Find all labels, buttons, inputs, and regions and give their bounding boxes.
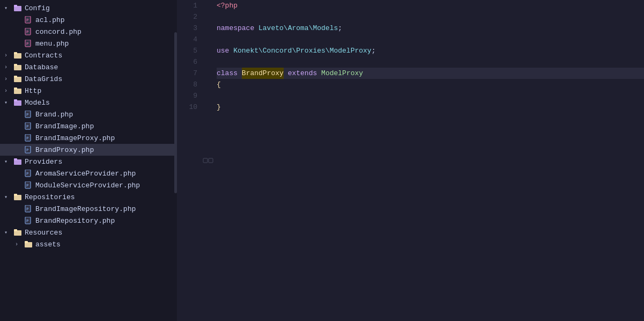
syntax-token: Laveto\Aroma\Models xyxy=(254,23,338,34)
line-number: 2 xyxy=(177,11,197,23)
folder-icon xyxy=(13,158,23,166)
folder-icon xyxy=(24,240,33,249)
tree-item-label: AromaServiceProvider.php xyxy=(35,170,136,178)
sidebar-item-brandproxy-php[interactable]: PBrandProxy.php xyxy=(0,144,177,156)
svg-text:P: P xyxy=(26,136,28,141)
tree-item-label: DataGrids xyxy=(25,75,62,83)
sidebar-item-brandrepository-php[interactable]: PBrandRepository.php xyxy=(0,215,177,227)
file-icon: P xyxy=(24,181,33,189)
file-icon: P xyxy=(24,134,33,142)
code-line: { xyxy=(217,79,644,90)
line-number: 5 xyxy=(177,45,197,56)
syntax-token: ; xyxy=(338,23,342,34)
svg-rect-15 xyxy=(14,87,17,90)
sidebar-item-brandimagerepository-php[interactable]: PBrandImageRepository.php xyxy=(0,203,177,215)
editor-content: 12345678910 <?php namespace Laveto\Aroma… xyxy=(177,0,644,321)
tree-arrow: ▾ xyxy=(4,5,13,11)
syntax-token: ModelProxy xyxy=(321,68,363,79)
tree-item-label: Providers xyxy=(25,158,62,166)
tree-arrow: › xyxy=(4,64,13,70)
file-icon: P xyxy=(24,217,33,225)
tree-item-label: menu.php xyxy=(35,40,69,48)
tree-item-label: Repositories xyxy=(25,193,75,201)
code-line xyxy=(217,34,644,45)
sidebar-item-acl-php[interactable]: Pacl.php xyxy=(0,14,177,26)
sidebar-item-assets-folder[interactable]: ›assets xyxy=(0,238,177,250)
svg-text:P: P xyxy=(26,184,28,188)
sidebar-item-moduleservice-php[interactable]: PModuleServiceProvider.php xyxy=(0,179,177,191)
file-icon: P xyxy=(24,122,33,130)
tree-arrow: › xyxy=(4,53,13,59)
syntax-token: use xyxy=(217,45,229,56)
sidebar-item-http-folder[interactable]: ›Http xyxy=(0,85,177,97)
code-editor: 12345678910 <?php namespace Laveto\Aroma… xyxy=(177,0,644,321)
line-number: 8 xyxy=(177,79,197,90)
sidebar-item-contracts-folder[interactable]: ›Contracts xyxy=(0,49,177,61)
sidebar-item-brandimageproxy-php[interactable]: PBrandImageProxy.php xyxy=(0,132,177,144)
line-number: 10 xyxy=(177,101,197,113)
tree-item-label: BrandImageProxy.php xyxy=(35,134,115,142)
svg-rect-11 xyxy=(14,64,17,66)
folder-icon xyxy=(13,52,23,60)
code-line: } xyxy=(217,101,644,113)
svg-text:P: P xyxy=(26,148,28,152)
line-number: 6 xyxy=(177,56,197,68)
sidebar-scrollbar[interactable] xyxy=(174,32,177,193)
file-icon: P xyxy=(24,111,33,119)
tree-item-label: ModuleServiceProvider.php xyxy=(35,181,140,189)
sidebar-item-brand-php[interactable]: PBrand.php xyxy=(0,108,177,120)
sidebar-item-datagrids-folder[interactable]: ›DataGrids xyxy=(0,73,177,85)
svg-rect-41 xyxy=(25,241,28,243)
sidebar-item-database-folder[interactable]: ›Database xyxy=(0,61,177,73)
tree-item-label: Contracts xyxy=(25,52,62,60)
code-line: <?php xyxy=(217,0,644,11)
sidebar-item-concord-php[interactable]: Pconcord.php xyxy=(0,26,177,38)
code-line xyxy=(217,90,644,101)
syntax-token: ; xyxy=(372,45,376,56)
sidebar-item-brandimage-php[interactable]: PBrandImage.php xyxy=(0,120,177,132)
folder-icon xyxy=(13,193,23,201)
fold-marker[interactable] xyxy=(203,155,208,166)
tree-arrow: ▾ xyxy=(4,229,13,236)
tree-item-label: Database xyxy=(25,63,58,71)
code-area[interactable]: <?php namespace Laveto\Aroma\Models; use… xyxy=(212,0,644,321)
sidebar: ▾ConfigPacl.phpPconcord.phpPmenu.php›Con… xyxy=(0,0,177,321)
sidebar-item-aromaservice-php[interactable]: PAromaServiceProvider.php xyxy=(0,167,177,179)
line-number: 3 xyxy=(177,23,197,34)
token-class-name: BrandProxy xyxy=(242,68,284,79)
svg-rect-33 xyxy=(14,194,17,196)
sidebar-item-config-folder[interactable]: ▾Config xyxy=(0,2,177,14)
sidebar-item-menu-php[interactable]: Pmenu.php xyxy=(0,38,177,49)
sidebar-item-models-folder[interactable]: ▾Models xyxy=(0,97,177,108)
tree-item-label: BrandProxy.php xyxy=(35,146,94,154)
tree-item-label: BrandRepository.php xyxy=(35,217,115,225)
line-number: 1 xyxy=(177,0,197,11)
syntax-token: <?php xyxy=(217,0,238,11)
tree-arrow: ▾ xyxy=(4,99,13,106)
file-icon: P xyxy=(24,40,33,48)
svg-text:P: P xyxy=(26,113,28,117)
sidebar-item-resources-folder[interactable]: ▾Resources xyxy=(0,227,177,238)
svg-rect-17 xyxy=(14,99,17,101)
tree-arrow: ▾ xyxy=(4,194,13,200)
syntax-token xyxy=(238,68,242,79)
sidebar-item-repositories-folder[interactable]: ▾Repositories xyxy=(0,191,177,203)
syntax-token: { xyxy=(217,79,221,90)
svg-text:P: P xyxy=(26,172,28,176)
tree-item-label: Brand.php xyxy=(35,111,73,119)
syntax-token xyxy=(317,68,321,79)
code-line: class BrandProxy extends ModelProxy xyxy=(217,68,644,79)
tree-item-label: concord.php xyxy=(35,28,82,36)
tree-item-label: Config xyxy=(25,4,50,12)
tree-item-label: Http xyxy=(25,87,41,95)
svg-text:P: P xyxy=(26,30,28,34)
tree-arrow: › xyxy=(15,242,24,247)
sidebar-item-providers-folder[interactable]: ▾Providers xyxy=(0,156,177,167)
code-line: use Konekt\Concord\Proxies\ModelProxy; xyxy=(217,45,644,56)
tree-item-label: acl.php xyxy=(35,16,65,24)
svg-text:P: P xyxy=(26,125,28,129)
svg-rect-9 xyxy=(14,52,17,54)
file-tree: ▾ConfigPacl.phpPconcord.phpPmenu.php›Con… xyxy=(0,0,177,321)
line-number: 9 xyxy=(177,90,197,101)
code-line: namespace Laveto\Aroma\Models; xyxy=(217,23,644,34)
